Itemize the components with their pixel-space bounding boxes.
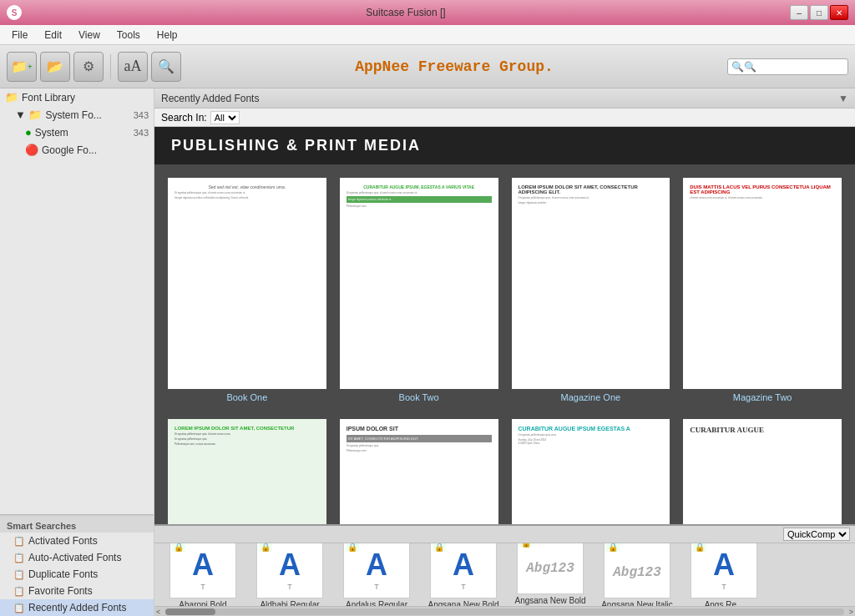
lock-icon: 🔒 [519,543,533,548]
preview-card-brochure-two[interactable]: IPSUM DOLOR SIT SIT AMET, CONSECTETUR AD… [340,419,498,524]
toolbar: 📁+ 📂 ⚙ aA 🔍 AppNee Freeware Group. 🔍 [0,45,855,88]
font-name: Aldhabi Regular [260,600,319,606]
font-name: Angsana New Italic [601,600,673,606]
search-item-icon: 📋 [13,569,25,580]
scroll-right-arrow[interactable]: > [847,608,855,616]
content-title: Recently Added Fonts [161,93,838,104]
add-library-button[interactable]: 📁+ [7,52,37,82]
font-icon-angsana-italic: 🔒 Abg123 [604,543,670,598]
smart-search-label: Duplicate Fonts [28,568,98,580]
restore-button[interactable]: □ [810,5,828,20]
font-item-andalus[interactable]: 🔒 A T Andalus Regular [335,543,418,606]
font-icon-angsana-bold-italic: 🔒 Abg123 [517,543,584,594]
font-name: Angs Re... [705,600,744,606]
sidebar-smart-searches: Smart Searches 📋 Activated Fonts 📋 Auto-… [0,514,154,616]
scroll-track[interactable] [165,608,843,615]
search-icon: 🔍 [731,61,744,73]
card-label: Book Two [340,389,498,406]
thumbnail-brochure-two: IPSUM DOLOR SIT SIT AMET, CONSECTETUR AD… [340,419,498,524]
quickcomp-bar: QuickComp [154,526,855,543]
font-count: 343 [134,110,149,120]
font-icon-aharoni: 🔒 A T [169,543,236,598]
sidebar-item-label: Google Fo... [42,144,97,156]
search-in-bar: Search In: All [154,109,855,127]
sidebar-item-activated-fonts[interactable]: 📋 Activated Fonts [0,533,154,549]
font-item-angsana-bold[interactable]: 🔒 A T Angsana New Bold [422,543,505,606]
search-box[interactable]: 🔍 [727,58,848,75]
settings-button[interactable]: ⚙ [73,52,104,82]
card-label: Magazine Two [683,389,842,406]
font-item-angsana-italic[interactable]: 🔒 Abg123 Angsana New Italic [595,543,679,606]
search-in-label: Search In: [161,112,207,124]
font-item-angs-re[interactable]: 🔒 A T Angs Re... [682,543,766,606]
new-folder-button[interactable]: 📂 [40,52,70,82]
sidebar-item-recently-added[interactable]: 📋 Recently Added Fonts [0,599,154,616]
font-item-angsana-bold-italic[interactable]: 🔒 Abg123 Angsana New Bold Italic [508,543,592,606]
window-title: Suitcase Fusion [] [22,7,790,18]
smart-searches-label: Smart Searches [0,515,154,533]
font-item-aharoni[interactable]: 🔒 A T Aharoni Bold [161,543,245,606]
lock-icon: 🔒 [259,543,272,552]
content-header: Recently Added Fonts ▼ [154,88,855,109]
thumbnail-book-one: Sed sed nisl est, vitae condimentum urna… [168,178,326,389]
folder-icon: ▼ 📁 [15,109,42,121]
sidebar-item-system[interactable]: ● System 343 [0,124,154,141]
search-item-icon: 📋 [13,586,25,597]
preview-card-brochure-one[interactable]: LOREM IPSUM DOLOR SIT AMET, CONSECTETUR … [168,419,326,524]
font-strip: 🔒 A T Aharoni Bold 🔒 A T Aldhabi Regular [154,543,855,606]
preview-card-book-one[interactable]: Sed sed nisl est, vitae condimentum urna… [168,178,326,406]
preview-card-magazine-three[interactable]: CURABITUR AUGUE IPSUM EGESTAS A Ut egest… [512,419,670,524]
main-layout: 📁 Font Library ▼ 📁 System Fo... 343 ● Sy… [0,88,855,616]
section-title: PUBLISHING & PRINT MEDIA [154,127,855,164]
preview-card-magazine-two[interactable]: DUIS MATTIS LACUS VEL PURUS CONSECTETUA … [683,178,842,406]
font-name: Angsana New Bold Italic [513,596,588,607]
lock-icon: 🔒 [172,543,185,552]
sidebar-item-auto-activated-fonts[interactable]: 📋 Auto-Activated Fonts [0,549,154,566]
preview-card-book-two[interactable]: CURABITUR AUGUE IPSUM, EGESTAS A VARIUS … [340,178,498,406]
font-name: Aharoni Bold [179,600,226,606]
search-item-icon: 📋 [13,536,25,547]
window-controls: – □ ✕ [790,5,848,20]
menu-help[interactable]: Help [149,28,186,43]
thumbnail-magazine-one: LOREM IPSUM DOLOR SIT AMET, CONSECTETUR … [512,178,670,389]
quickcomp-select[interactable]: QuickComp [783,528,850,541]
strip-scrollbar[interactable]: < > [154,606,855,616]
font-icon-angs-re: 🔒 A T [691,543,757,598]
font-preview-letter: A [192,548,214,583]
font-preview-button[interactable]: aA [118,52,148,82]
sidebar-item-label: Font Library [22,92,75,104]
lock-icon: 🔒 [606,543,620,552]
sidebar-item-duplicate-fonts[interactable]: 📋 Duplicate Fonts [0,566,154,583]
scroll-thumb[interactable] [165,608,215,615]
sidebar-item-favorite-fonts[interactable]: 📋 Favorite Fonts [0,583,154,599]
dropdown-arrow-icon[interactable]: ▼ [838,93,848,104]
font-preview-sub: T [461,583,466,591]
sidebar-item-google-fonts[interactable]: 🔴 Google Fo... [0,141,154,159]
menu-view[interactable]: View [70,28,109,43]
font-icon-andalus: 🔒 A T [343,543,410,598]
folder-icon: 📁 [5,91,18,104]
sidebar-item-system-fonts[interactable]: ▼ 📁 System Fo... 343 [0,106,154,124]
font-preview-letter: A [713,548,735,583]
close-button[interactable]: ✕ [830,5,848,20]
smart-search-label: Favorite Fonts [28,585,93,597]
sidebar-item-font-library[interactable]: 📁 Font Library [0,88,154,106]
font-preview-sub: T [374,583,379,591]
menu-tools[interactable]: Tools [109,28,149,43]
thumbnail-magazine-three: CURABITUR AUGUE IPSUM EGESTAS A Ut egest… [512,419,670,524]
preview-card-newsletter-one[interactable]: CURABITUR AUGUE Newsletter One [683,419,842,524]
preview-card-magazine-one[interactable]: LOREM IPSUM DOLOR SIT AMET, CONSECTETUR … [512,178,670,406]
font-item-aldhabi[interactable]: 🔒 A T Aldhabi Regular [248,543,331,606]
minimize-button[interactable]: – [790,5,808,20]
search-fonts-button[interactable]: 🔍 [151,52,181,82]
menu-file[interactable]: File [3,28,36,43]
font-preview-sub: T [287,583,292,591]
preview-area: PUBLISHING & PRINT MEDIA Sed sed nisl es… [154,127,855,524]
font-preview-letter: A [279,548,301,583]
scroll-left-arrow[interactable]: < [154,608,162,616]
title-bar: S Suitcase Fusion [] – □ ✕ [0,0,855,25]
menu-edit[interactable]: Edit [36,28,70,43]
search-in-select[interactable]: All [210,111,240,124]
search-input[interactable] [744,61,844,73]
font-preview-letter: Abg123 [526,561,574,576]
